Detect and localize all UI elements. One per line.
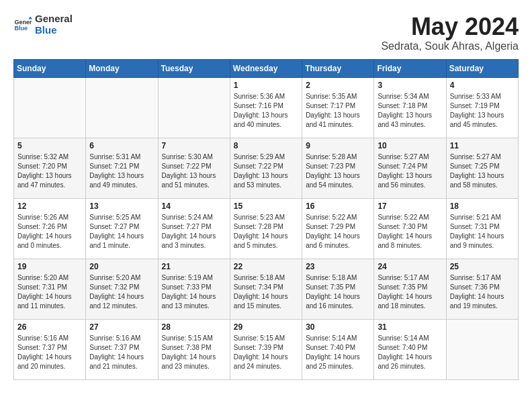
day-info: Sunrise: 5:35 AM Sunset: 7:17 PM Dayligh… [306,92,370,130]
day-info: Sunrise: 5:17 AM Sunset: 7:35 PM Dayligh… [378,273,442,311]
calendar-cell: 17Sunrise: 5:22 AM Sunset: 7:30 PM Dayli… [374,198,446,259]
day-number: 9 [306,141,370,150]
calendar-cell: 3Sunrise: 5:34 AM Sunset: 7:18 PM Daylig… [374,77,446,138]
day-number: 13 [89,201,154,211]
svg-marker-2 [28,16,32,19]
day-info: Sunrise: 5:25 AM Sunset: 7:27 PM Dayligh… [89,213,154,250]
day-info: Sunrise: 5:22 AM Sunset: 7:29 PM Dayligh… [306,213,370,250]
day-number: 14 [162,201,226,211]
header-day-monday: Monday [86,59,158,77]
day-info: Sunrise: 5:31 AM Sunset: 7:21 PM Dayligh… [89,152,154,190]
calendar-cell: 12Sunrise: 5:26 AM Sunset: 7:26 PM Dayli… [14,198,86,259]
day-number: 31 [378,322,442,332]
calendar-title: May 2024 [381,13,519,40]
day-number: 2 [306,81,370,90]
calendar-cell: 5Sunrise: 5:32 AM Sunset: 7:20 PM Daylig… [14,138,86,198]
calendar-table: SundayMondayTuesdayWednesdayThursdayFrid… [13,59,519,380]
calendar-cell: 9Sunrise: 5:28 AM Sunset: 7:23 PM Daylig… [302,138,374,198]
calendar-cell: 30Sunrise: 5:14 AM Sunset: 7:40 PM Dayli… [302,319,374,379]
day-number: 29 [234,322,298,332]
day-number: 20 [89,262,154,271]
calendar-cell: 1Sunrise: 5:36 AM Sunset: 7:16 PM Daylig… [230,77,302,138]
day-info: Sunrise: 5:14 AM Sunset: 7:40 PM Dayligh… [306,334,370,371]
header-day-wednesday: Wednesday [230,59,302,77]
day-number: 4 [450,81,515,90]
logo-general: General [35,13,73,25]
calendar-cell: 16Sunrise: 5:22 AM Sunset: 7:29 PM Dayli… [302,198,374,259]
calendar-cell [158,77,230,138]
week-row-2: 12Sunrise: 5:26 AM Sunset: 7:26 PM Dayli… [14,198,519,259]
calendar-cell: 6Sunrise: 5:31 AM Sunset: 7:21 PM Daylig… [86,138,158,198]
day-info: Sunrise: 5:34 AM Sunset: 7:18 PM Dayligh… [378,92,442,130]
day-info: Sunrise: 5:22 AM Sunset: 7:30 PM Dayligh… [378,213,442,250]
day-number: 24 [378,262,442,271]
day-number: 16 [306,201,370,211]
day-info: Sunrise: 5:36 AM Sunset: 7:16 PM Dayligh… [234,92,298,130]
day-info: Sunrise: 5:27 AM Sunset: 7:25 PM Dayligh… [450,152,515,190]
calendar-cell [14,77,86,138]
day-number: 3 [378,81,442,90]
day-info: Sunrise: 5:19 AM Sunset: 7:33 PM Dayligh… [162,273,226,311]
calendar-cell: 2Sunrise: 5:35 AM Sunset: 7:17 PM Daylig… [302,77,374,138]
day-info: Sunrise: 5:18 AM Sunset: 7:35 PM Dayligh… [306,273,370,311]
day-info: Sunrise: 5:28 AM Sunset: 7:23 PM Dayligh… [306,152,370,190]
header-row: SundayMondayTuesdayWednesdayThursdayFrid… [14,59,519,77]
calendar-cell: 24Sunrise: 5:17 AM Sunset: 7:35 PM Dayli… [374,259,446,319]
logo-icon: General Blue [13,15,32,34]
header-day-friday: Friday [374,59,446,77]
calendar-cell: 29Sunrise: 5:15 AM Sunset: 7:39 PM Dayli… [230,319,302,379]
day-number: 1 [234,81,298,90]
calendar-body: 1Sunrise: 5:36 AM Sunset: 7:16 PM Daylig… [14,77,519,379]
week-row-3: 19Sunrise: 5:20 AM Sunset: 7:31 PM Dayli… [14,259,519,319]
calendar-cell: 19Sunrise: 5:20 AM Sunset: 7:31 PM Dayli… [14,259,86,319]
calendar-cell: 27Sunrise: 5:16 AM Sunset: 7:37 PM Dayli… [86,319,158,379]
calendar-cell: 13Sunrise: 5:25 AM Sunset: 7:27 PM Dayli… [86,198,158,259]
logo-blue: Blue [35,25,73,36]
calendar-cell [86,77,158,138]
day-info: Sunrise: 5:17 AM Sunset: 7:36 PM Dayligh… [450,273,515,311]
day-info: Sunrise: 5:32 AM Sunset: 7:20 PM Dayligh… [17,152,82,190]
day-info: Sunrise: 5:20 AM Sunset: 7:32 PM Dayligh… [89,273,154,311]
day-number: 8 [234,141,298,150]
calendar-cell: 31Sunrise: 5:14 AM Sunset: 7:40 PM Dayli… [374,319,446,379]
day-info: Sunrise: 5:15 AM Sunset: 7:39 PM Dayligh… [234,334,298,371]
day-number: 17 [378,201,442,211]
day-number: 26 [17,322,82,332]
title-area: May 2024 Sedrata, Souk Ahras, Algeria [381,13,519,52]
calendar-cell: 25Sunrise: 5:17 AM Sunset: 7:36 PM Dayli… [446,259,518,319]
day-info: Sunrise: 5:16 AM Sunset: 7:37 PM Dayligh… [89,334,154,371]
calendar-cell: 23Sunrise: 5:18 AM Sunset: 7:35 PM Dayli… [302,259,374,319]
day-info: Sunrise: 5:15 AM Sunset: 7:38 PM Dayligh… [162,334,226,371]
week-row-0: 1Sunrise: 5:36 AM Sunset: 7:16 PM Daylig… [14,77,519,138]
day-number: 12 [17,201,82,211]
week-row-1: 5Sunrise: 5:32 AM Sunset: 7:20 PM Daylig… [14,138,519,198]
calendar-cell: 20Sunrise: 5:20 AM Sunset: 7:32 PM Dayli… [86,259,158,319]
calendar-subtitle: Sedrata, Souk Ahras, Algeria [381,40,519,52]
day-number: 5 [17,141,82,150]
day-info: Sunrise: 5:29 AM Sunset: 7:22 PM Dayligh… [234,152,298,190]
day-info: Sunrise: 5:30 AM Sunset: 7:22 PM Dayligh… [162,152,226,190]
day-number: 28 [162,322,226,332]
day-info: Sunrise: 5:14 AM Sunset: 7:40 PM Dayligh… [378,334,442,371]
day-info: Sunrise: 5:33 AM Sunset: 7:19 PM Dayligh… [450,92,515,130]
calendar-header: SundayMondayTuesdayWednesdayThursdayFrid… [14,59,519,77]
svg-text:Blue: Blue [14,25,28,32]
calendar-cell: 18Sunrise: 5:21 AM Sunset: 7:31 PM Dayli… [446,198,518,259]
logo: General Blue General Blue [13,13,73,36]
calendar-cell: 14Sunrise: 5:24 AM Sunset: 7:27 PM Dayli… [158,198,230,259]
calendar-cell: 8Sunrise: 5:29 AM Sunset: 7:22 PM Daylig… [230,138,302,198]
calendar-cell: 15Sunrise: 5:23 AM Sunset: 7:28 PM Dayli… [230,198,302,259]
day-number: 10 [378,141,442,150]
calendar-cell: 26Sunrise: 5:16 AM Sunset: 7:37 PM Dayli… [14,319,86,379]
day-number: 18 [450,201,515,211]
calendar-cell: 10Sunrise: 5:27 AM Sunset: 7:24 PM Dayli… [374,138,446,198]
day-info: Sunrise: 5:27 AM Sunset: 7:24 PM Dayligh… [378,152,442,190]
day-number: 11 [450,141,515,150]
header-day-tuesday: Tuesday [158,59,230,77]
calendar-cell: 21Sunrise: 5:19 AM Sunset: 7:33 PM Dayli… [158,259,230,319]
day-number: 27 [89,322,154,332]
calendar-cell [446,319,518,379]
day-number: 25 [450,262,515,271]
header-day-thursday: Thursday [302,59,374,77]
header-day-saturday: Saturday [446,59,518,77]
